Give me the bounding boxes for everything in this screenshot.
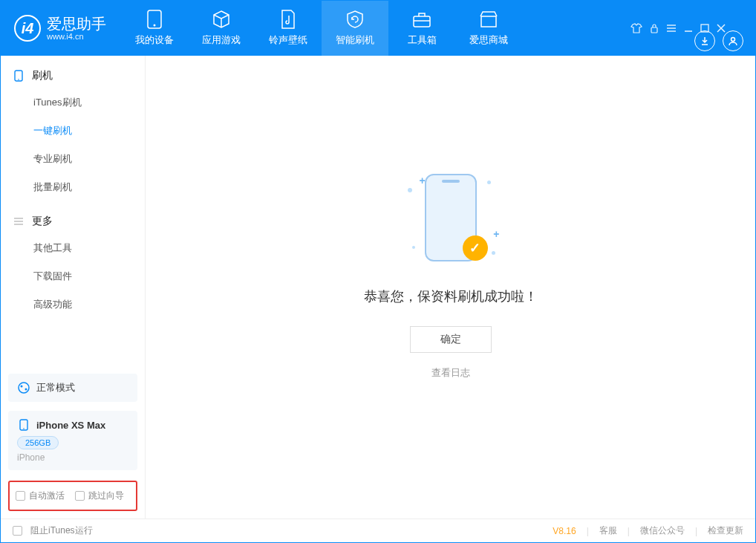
tab-toolbox[interactable]: 工具箱 [388, 1, 455, 56]
checkbox-icon[interactable] [16, 491, 25, 501]
status-link-update[interactable]: 检查更新 [708, 524, 743, 537]
svg-rect-3 [651, 27, 657, 33]
checkbox-label: 跳过向导 [88, 490, 124, 502]
list-icon [13, 215, 25, 227]
svg-point-21 [23, 428, 25, 429]
tab-label: 工具箱 [408, 33, 437, 47]
phone-icon [13, 70, 25, 82]
status-link-wechat[interactable]: 微信公众号 [640, 524, 685, 537]
tab-label: 我的设备 [135, 33, 174, 47]
checkbox-auto-activate[interactable]: 自动激活 [16, 490, 65, 502]
tab-apps-games[interactable]: 应用游戏 [188, 1, 255, 56]
store-icon [479, 10, 498, 29]
app-window: i4 爱思助手 www.i4.cn 我的设备 应用游戏 铃声壁纸 智能刷机 [0, 0, 756, 543]
svg-point-13 [18, 79, 19, 80]
statusbar: 阻止iTunes运行 V8.16 | 客服 | 微信公众号 | 检查更新 [1, 518, 755, 542]
tab-label: 应用游戏 [202, 33, 241, 47]
logo: i4 爱思助手 www.i4.cn [14, 15, 106, 42]
sidebar-item-download-firmware[interactable]: 下载固件 [1, 262, 145, 290]
toolbox-icon [412, 10, 431, 29]
sidebar-item-other-tools[interactable]: 其他工具 [1, 234, 145, 262]
device-name: iPhone XS Max [36, 420, 105, 431]
view-log-link[interactable]: 查看日志 [431, 366, 470, 380]
checkbox-label: 阻止iTunes运行 [30, 524, 93, 537]
sidebar-item-advanced[interactable]: 高级功能 [1, 290, 145, 319]
status-link-support[interactable]: 客服 [599, 524, 617, 537]
svg-point-11 [731, 38, 735, 42]
svg-point-1 [154, 25, 156, 27]
cube-icon [212, 10, 231, 29]
tab-ringtone-wallpaper[interactable]: 铃声壁纸 [255, 1, 322, 56]
app-url: www.i4.cn [47, 32, 106, 41]
checkbox-skip-guide[interactable]: 跳过向导 [75, 490, 124, 502]
checkbox-label: 自动激活 [29, 490, 65, 502]
titlebar: i4 爱思助手 www.i4.cn 我的设备 应用游戏 铃声壁纸 智能刷机 [1, 1, 755, 56]
mode-label: 正常模式 [36, 381, 75, 394]
sidebar-section-more: 更多 [1, 215, 145, 234]
lock-icon[interactable] [650, 22, 659, 34]
logo-icon: i4 [14, 15, 41, 42]
check-badge-icon: ✓ [463, 235, 488, 261]
tab-label: 铃声壁纸 [269, 33, 307, 47]
tab-smart-flash[interactable]: 智能刷机 [322, 1, 388, 56]
sidebar-section-title: 更多 [32, 215, 53, 228]
download-button[interactable] [694, 30, 715, 51]
device-icon [145, 10, 164, 29]
mode-box[interactable]: 正常模式 [8, 374, 137, 402]
app-name: 爱思助手 [47, 16, 106, 32]
sidebar-item-itunes-flash[interactable]: iTunes刷机 [1, 88, 145, 117]
success-illustration: ++ ✓ [399, 166, 503, 270]
main-content: ++ ✓ 恭喜您，保资料刷机成功啦！ 确定 查看日志 [146, 56, 755, 518]
ok-button[interactable]: 确定 [410, 326, 492, 353]
sidebar-section-title: 刷机 [32, 69, 53, 82]
menu-icon[interactable] [666, 22, 677, 34]
music-file-icon [278, 10, 298, 29]
refresh-shield-icon [345, 10, 365, 29]
sidebar-item-oneclick-flash[interactable]: 一键刷机 [1, 117, 145, 145]
tab-store[interactable]: 爱思商城 [455, 1, 522, 56]
svg-point-17 [19, 383, 29, 393]
user-button[interactable] [723, 30, 743, 51]
device-box[interactable]: iPhone XS Max 256GB iPhone [8, 411, 137, 470]
device-capacity: 256GB [17, 436, 59, 449]
device-phone-icon [17, 418, 30, 432]
svg-point-19 [25, 388, 27, 391]
main-tabs: 我的设备 应用游戏 铃声壁纸 智能刷机 工具箱 爱思商城 [121, 1, 522, 56]
checkbox-icon[interactable] [75, 491, 85, 501]
version-label: V8.16 [553, 526, 576, 536]
tshirt-icon[interactable] [630, 22, 642, 34]
tab-my-device[interactable]: 我的设备 [121, 1, 188, 56]
sidebar: 刷机 iTunes刷机 一键刷机 专业刷机 批量刷机 更多 其他工具 下载固件 … [1, 56, 146, 518]
minimize-icon[interactable] [684, 22, 693, 34]
device-type: iPhone [17, 452, 128, 463]
svg-point-18 [21, 386, 23, 388]
highlight-box: 自动激活 跳过向导 [8, 481, 137, 511]
success-message: 恭喜您，保资料刷机成功啦！ [364, 287, 538, 305]
checkbox-icon[interactable] [13, 526, 22, 536]
sidebar-item-batch-flash[interactable]: 批量刷机 [1, 173, 145, 201]
tab-label: 爱思商城 [469, 33, 508, 47]
svg-rect-2 [414, 16, 430, 27]
sidebar-section-flash: 刷机 [1, 69, 145, 88]
mode-icon [17, 381, 30, 394]
sidebar-item-pro-flash[interactable]: 专业刷机 [1, 145, 145, 173]
tab-label: 智能刷机 [336, 33, 374, 47]
checkbox-block-itunes[interactable]: 阻止iTunes运行 [13, 524, 93, 537]
success-panel: ++ ✓ 恭喜您，保资料刷机成功啦！ 确定 查看日志 [364, 166, 538, 380]
body: 刷机 iTunes刷机 一键刷机 专业刷机 批量刷机 更多 其他工具 下载固件 … [1, 56, 755, 518]
